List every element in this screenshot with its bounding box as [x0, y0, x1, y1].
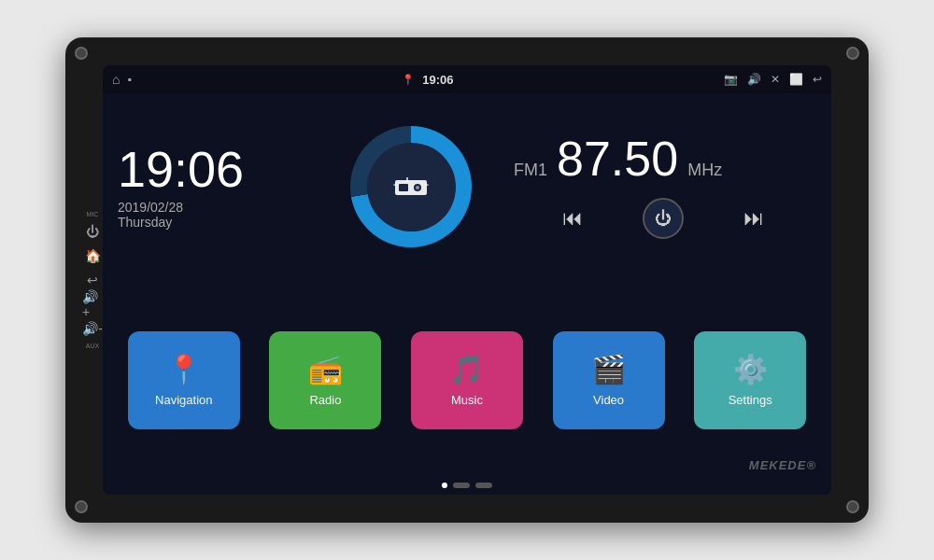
music-icon: 🎵: [449, 353, 484, 385]
clock-date: 2019/02/28: [118, 200, 312, 215]
power-button[interactable]: ⏻: [82, 221, 103, 242]
fm-band: FM1: [514, 161, 547, 180]
radio-app-icon: 📻: [308, 353, 343, 385]
screw-br: [846, 500, 859, 513]
svg-rect-6: [425, 184, 429, 186]
status-bar-left: ⌂ ▪: [112, 72, 132, 87]
fm-frequency: 87.50: [557, 134, 678, 183]
widget-row: 19:06 2019/02/28 Thursday: [103, 93, 831, 280]
screen: ⌂ ▪ 📍 19:06 📷 🔊 ✕ ⬜ ↩ 19:06: [103, 65, 831, 495]
video-label: Video: [593, 393, 624, 407]
clock-widget: 19:06 2019/02/28 Thursday: [103, 93, 327, 280]
page-dot-3[interactable]: [475, 483, 492, 488]
status-bar-center: 📍 19:06: [402, 73, 453, 87]
home-icon[interactable]: ⌂: [112, 72, 120, 87]
vol-up-button[interactable]: 🔊+: [82, 294, 103, 315]
svg-rect-1: [399, 184, 408, 191]
brand-watermark: MEKEDE®: [749, 458, 816, 472]
navigation-icon: 📍: [166, 353, 201, 385]
svg-rect-4: [406, 177, 408, 182]
screw-bl: [75, 500, 88, 513]
page-indicator: [103, 476, 831, 495]
app-radio[interactable]: 📻 Radio: [269, 331, 381, 429]
radio-circle-outer: [350, 126, 472, 247]
navigation-label: Navigation: [155, 393, 212, 407]
volume-icon[interactable]: 🔊: [747, 73, 761, 86]
home-side-button[interactable]: 🏠: [82, 245, 103, 266]
svg-rect-5: [393, 184, 397, 186]
svg-point-3: [416, 186, 419, 189]
status-time: 19:06: [422, 73, 453, 87]
car-stereo-device: MIC ⏻ 🏠 ↩ 🔊+ 🔊- AUX ⌂ ▪ 📍 19:06 📷 🔊 ✕ ⬜ …: [65, 37, 869, 523]
fm-power-button[interactable]: ⏻: [643, 198, 684, 239]
app-grid: 📍 Navigation 📻 Radio 🎵 Music 🎬 Video ⚙️: [103, 280, 831, 476]
mic-label: MIC: [82, 211, 103, 217]
next-skip-button[interactable]: ⏭: [743, 206, 764, 231]
window-icon[interactable]: ⬜: [789, 73, 803, 86]
clock-day: Thursday: [118, 215, 312, 230]
screw-tl: [75, 47, 88, 60]
app-navigation[interactable]: 📍 Navigation: [128, 331, 240, 429]
app-music[interactable]: 🎵 Music: [411, 331, 523, 429]
fm-controls: ⏮ ⏻ ⏭: [514, 198, 813, 239]
radio-icon: [393, 170, 429, 204]
close-icon[interactable]: ✕: [771, 73, 780, 86]
music-label: Music: [451, 393, 483, 407]
clock-time: 19:06: [118, 144, 312, 194]
camera-icon[interactable]: 📷: [724, 73, 738, 86]
fm-info-row: FM1 87.50 MHz: [514, 134, 813, 183]
left-side-panel: MIC ⏻ 🏠 ↩ 🔊+ 🔊- AUX: [82, 211, 103, 349]
vol-down-button[interactable]: 🔊-: [82, 318, 103, 339]
radio-visual-widget: [327, 93, 495, 280]
back-icon[interactable]: ↩: [813, 73, 822, 86]
app-settings[interactable]: ⚙️ Settings: [694, 331, 806, 429]
location-icon: 📍: [402, 74, 415, 86]
settings-label: Settings: [729, 393, 772, 407]
prev-skip-button[interactable]: ⏮: [562, 206, 583, 231]
page-dot-1[interactable]: [442, 483, 447, 488]
settings-icon: ⚙️: [733, 353, 768, 385]
back-side-button[interactable]: ↩: [82, 270, 103, 290]
radio-label: Radio: [309, 393, 341, 407]
screw-tr: [846, 47, 859, 60]
aux-label: AUX: [82, 343, 103, 349]
video-icon: 🎬: [591, 353, 626, 385]
app-video[interactable]: 🎬 Video: [553, 331, 665, 429]
fm-unit: MHz: [687, 161, 722, 180]
radio-circle-inner: [367, 143, 456, 231]
status-bar-right: 📷 🔊 ✕ ⬜ ↩: [724, 73, 822, 86]
storage-icon: ▪: [127, 73, 131, 86]
status-bar: ⌂ ▪ 📍 19:06 📷 🔊 ✕ ⬜ ↩: [103, 65, 831, 93]
page-dot-2[interactable]: [453, 483, 470, 488]
fm-widget: FM1 87.50 MHz ⏮ ⏻ ⏭: [495, 93, 831, 280]
main-content: 19:06 2019/02/28 Thursday: [103, 93, 831, 495]
